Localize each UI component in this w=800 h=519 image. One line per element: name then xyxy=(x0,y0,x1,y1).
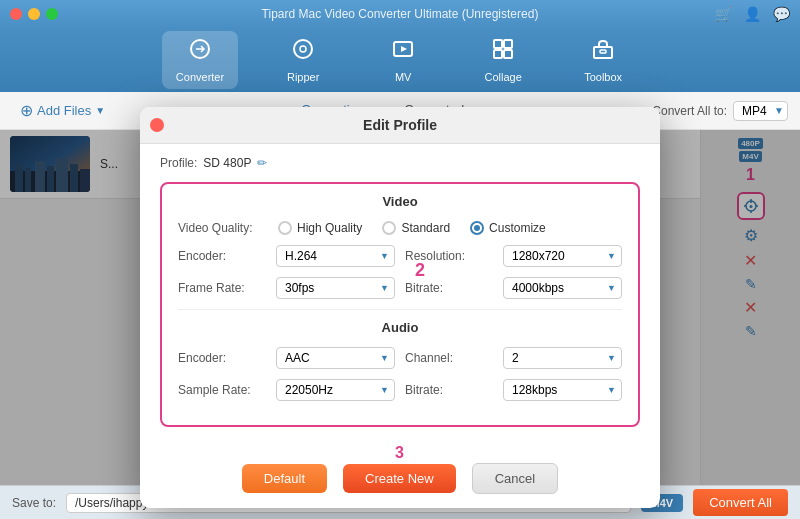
title-bar: Tipard Mac Video Converter Ultimate (Unr… xyxy=(0,0,800,28)
section-divider xyxy=(178,309,622,310)
samplerate-select[interactable]: 22050Hz xyxy=(276,379,395,401)
traffic-lights xyxy=(10,8,58,20)
radio-customize[interactable]: Customize xyxy=(470,221,546,235)
nav-label-collage: Collage xyxy=(484,71,521,83)
maximize-button[interactable] xyxy=(46,8,58,20)
profile-row: Profile: SD 480P ✏ xyxy=(160,156,640,170)
default-button[interactable]: Default xyxy=(242,464,327,493)
toolbox-icon xyxy=(591,37,615,67)
profile-edit-icon[interactable]: ✏ xyxy=(257,156,267,170)
video-section-title: Video xyxy=(178,194,622,209)
resolution-label: Resolution: xyxy=(405,249,495,263)
radio-high-quality-btn[interactable] xyxy=(278,221,292,235)
modal-footer: Default 3 Create New Cancel xyxy=(140,455,660,508)
modal-close-button[interactable] xyxy=(150,118,164,132)
channel-select[interactable]: 2 xyxy=(503,347,622,369)
video-bitrate-select[interactable]: 4000kbps xyxy=(503,277,622,299)
app-title: Tipard Mac Video Converter Ultimate (Unr… xyxy=(262,7,539,21)
samplerate-left: Sample Rate: 22050Hz ▼ xyxy=(178,379,395,401)
framerate-bitrate-row: Frame Rate: 30fps ▼ Bitrate: xyxy=(178,277,622,299)
title-bar-actions: 🛒 👤 💬 xyxy=(715,6,790,22)
audio-bitrate-select[interactable]: 128kbps xyxy=(503,379,622,401)
convert-button[interactable]: Convert All xyxy=(693,489,788,516)
create-new-button[interactable]: Create New xyxy=(343,464,456,493)
convert-all-section: Convert All to: MP4 ▼ xyxy=(652,101,788,121)
quality-radio-group: High Quality Standard Customize xyxy=(278,221,622,235)
nav-label-converter: Converter xyxy=(176,71,224,83)
samplerate-select-wrap: 22050Hz ▼ xyxy=(276,379,395,401)
channel-right: Channel: 2 ▼ xyxy=(405,347,622,369)
svg-rect-7 xyxy=(504,50,512,58)
audio-bitrate-select-wrap: 128kbps ▼ xyxy=(503,379,622,401)
profile-label: Profile: xyxy=(160,156,197,170)
modal-body: Profile: SD 480P ✏ Video Video Quality: … xyxy=(140,144,660,455)
framerate-select-wrap: 30fps ▼ xyxy=(276,277,395,299)
add-files-label: Add Files xyxy=(37,103,91,118)
nav-item-toolbox[interactable]: Toolbox xyxy=(568,31,638,89)
ripper-icon xyxy=(291,37,315,67)
audio-encoder-channel-row: Encoder: AAC ▼ Channel: xyxy=(178,347,622,369)
profile-value: SD 480P xyxy=(203,156,251,170)
radio-standard[interactable]: Standard xyxy=(382,221,450,235)
format-dropdown-wrap: MP4 ▼ xyxy=(733,101,788,121)
encoder-left: Encoder: H.264 ▼ xyxy=(178,245,395,267)
close-button[interactable] xyxy=(10,8,22,20)
chat-icon[interactable]: 💬 xyxy=(773,6,790,22)
framerate-left: Frame Rate: 30fps ▼ xyxy=(178,277,395,299)
convert-all-label: Convert All to: xyxy=(652,104,727,118)
modal-title: Edit Profile xyxy=(363,117,437,133)
format-dropdown[interactable]: MP4 xyxy=(733,101,788,121)
radio-high-quality[interactable]: High Quality xyxy=(278,221,362,235)
edit-profile-modal: Edit Profile Profile: SD 480P ✏ Video Vi… xyxy=(140,107,660,508)
resolution-select[interactable]: 1280x720 xyxy=(503,245,622,267)
framerate-label: Frame Rate: xyxy=(178,281,268,295)
cancel-button[interactable]: Cancel xyxy=(472,463,558,494)
radio-customize-label: Customize xyxy=(489,221,546,235)
audio-encoder-select[interactable]: AAC xyxy=(276,347,395,369)
encoder-label: Encoder: xyxy=(178,249,268,263)
channel-select-wrap: 2 ▼ xyxy=(503,347,622,369)
audio-bitrate-right: Bitrate: 128kbps ▼ xyxy=(405,379,622,401)
main-content: S... 480P M4V 1 ⚙ ✕ ✎ ✕ ✎ xyxy=(0,130,800,485)
modal-header: Edit Profile xyxy=(140,107,660,144)
video-bitrate-select-wrap: 4000kbps ▼ xyxy=(503,277,622,299)
nav-label-toolbox: Toolbox xyxy=(584,71,622,83)
video-section: Video Video Quality: High Quality Standa… xyxy=(160,182,640,427)
dropdown-arrow-icon: ▼ xyxy=(95,105,105,116)
audio-encoder-left: Encoder: AAC ▼ xyxy=(178,347,395,369)
modal-overlay: Edit Profile Profile: SD 480P ✏ Video Vi… xyxy=(0,130,800,485)
nav-item-mv[interactable]: MV xyxy=(368,31,438,89)
svg-rect-4 xyxy=(494,40,502,48)
nav-item-ripper[interactable]: Ripper xyxy=(268,31,338,89)
svg-point-1 xyxy=(294,40,312,58)
nav-item-converter[interactable]: Converter xyxy=(162,31,238,89)
audio-encoder-label: Encoder: xyxy=(178,351,268,365)
add-files-button[interactable]: ⊕ Add Files ▼ xyxy=(12,97,113,124)
encoder-select[interactable]: H.264 xyxy=(276,245,395,267)
channel-label: Channel: xyxy=(405,351,495,365)
user-icon[interactable]: 👤 xyxy=(744,6,761,22)
resolution-right: Resolution: 1280x720 ▼ xyxy=(405,245,622,267)
cart-icon[interactable]: 🛒 xyxy=(715,6,732,22)
nav-item-collage[interactable]: Collage xyxy=(468,31,538,89)
samplerate-label: Sample Rate: xyxy=(178,383,268,397)
nav-label-mv: MV xyxy=(395,71,412,83)
step-3-badge: 3 xyxy=(395,444,404,462)
converter-icon xyxy=(188,37,212,67)
svg-rect-6 xyxy=(494,50,502,58)
radio-standard-btn[interactable] xyxy=(382,221,396,235)
audio-bitrate-label: Bitrate: xyxy=(405,383,495,397)
radio-standard-label: Standard xyxy=(401,221,450,235)
audio-encoder-select-wrap: AAC ▼ xyxy=(276,347,395,369)
radio-customize-btn[interactable] xyxy=(470,221,484,235)
collage-icon xyxy=(491,37,515,67)
video-bitrate-right: Bitrate: 4000kbps ▼ xyxy=(405,277,622,299)
video-bitrate-label: Bitrate: xyxy=(405,281,495,295)
audio-section-title: Audio xyxy=(178,320,622,335)
framerate-select[interactable]: 30fps xyxy=(276,277,395,299)
minimize-button[interactable] xyxy=(28,8,40,20)
nav-label-ripper: Ripper xyxy=(287,71,319,83)
video-quality-row: Video Quality: High Quality Standard xyxy=(178,221,622,235)
svg-rect-9 xyxy=(600,50,606,53)
mv-icon xyxy=(391,37,415,67)
